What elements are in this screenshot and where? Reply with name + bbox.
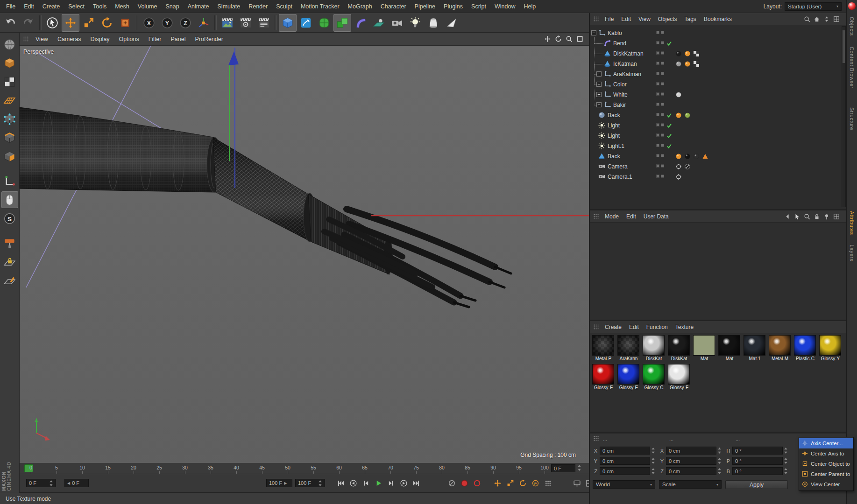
expander-plus-icon[interactable] — [596, 92, 602, 97]
object-row[interactable]: IcKatman — [590, 59, 846, 69]
object-tree-scrollbar[interactable] — [842, 26, 846, 207]
stepper-icon[interactable] — [49, 480, 53, 487]
object-name[interactable]: Color — [613, 81, 627, 88]
material-preview[interactable] — [693, 335, 715, 356]
material-tag-icon[interactable] — [685, 154, 690, 159]
material-tag-icon[interactable] — [685, 112, 690, 118]
object-name[interactable]: IcKatman — [613, 61, 637, 67]
layout-dropdown[interactable]: Startup (User) ▾ — [785, 2, 842, 11]
context-item-center-parent-to[interactable]: Center Parent to — [799, 469, 853, 479]
menu-file[interactable]: File — [2, 3, 20, 10]
coord-input[interactable]: 0 cm — [666, 447, 716, 455]
om-menu-file[interactable]: File — [601, 16, 617, 22]
current-frame-field[interactable]: 0 F — [26, 479, 56, 487]
material-item[interactable]: Mat — [692, 334, 717, 363]
maximize-view-icon[interactable] — [576, 35, 583, 42]
menu-simulate[interactable]: Simulate — [213, 3, 245, 10]
record-button[interactable] — [458, 477, 471, 489]
material-tag-icon[interactable] — [676, 51, 681, 56]
material-tag-icon[interactable] — [676, 92, 681, 98]
object-name[interactable]: Bakir — [613, 102, 626, 108]
mm-menu-create[interactable]: Create — [601, 324, 625, 330]
workplane-mode-button[interactable] — [1, 92, 18, 109]
coord-column-header[interactable]: ... — [736, 436, 740, 442]
enabled-check-icon[interactable] — [666, 123, 672, 130]
material-preview[interactable] — [794, 335, 816, 356]
om-menu-view[interactable]: View — [635, 16, 654, 22]
visibility-dots[interactable] — [656, 154, 664, 157]
points-mode-button[interactable] — [1, 111, 18, 127]
stepper-icon[interactable] — [784, 468, 788, 475]
material-tag-icon[interactable] — [676, 61, 681, 67]
menu-create[interactable]: Create — [38, 3, 64, 10]
apply-button[interactable]: Apply — [725, 480, 788, 489]
coord-input[interactable]: 0 cm — [666, 457, 716, 465]
next-frame-button[interactable] — [385, 477, 397, 489]
visibility-dots[interactable] — [656, 92, 664, 96]
cable-outer-jacket[interactable] — [20, 107, 222, 192]
coord-input[interactable]: 0 cm — [666, 467, 716, 475]
viewport-menu-view[interactable]: View — [31, 36, 53, 42]
lock-z-button[interactable]: Z — [177, 14, 194, 32]
home-icon[interactable] — [814, 16, 820, 22]
viewport-menu-display[interactable]: Display — [86, 36, 114, 42]
object-row[interactable]: Camera.1 — [590, 172, 846, 182]
menu-motion-tracker[interactable]: Motion Tracker — [297, 3, 344, 10]
pointer-arrow-icon[interactable] — [794, 213, 800, 220]
object-name[interactable]: AraKatman — [613, 71, 641, 77]
dock-tab-content-browser[interactable]: Content Browser — [849, 47, 855, 88]
am-menu-mode[interactable]: Mode — [601, 213, 623, 220]
enabled-check-icon[interactable] — [666, 112, 672, 119]
stepper-icon[interactable] — [651, 447, 655, 454]
material-preview[interactable] — [617, 335, 639, 356]
range-start-field[interactable]: ◀0 F — [64, 479, 89, 487]
visibility-dots[interactable] — [656, 82, 664, 85]
timeline-ruler[interactable]: 0510152025303540455055606570758085909510… — [20, 463, 589, 474]
uvw-tag-icon[interactable] — [694, 51, 699, 56]
am-menu-user-data[interactable]: User Data — [640, 213, 673, 220]
material-preview[interactable] — [643, 364, 665, 385]
panel-grip-icon[interactable] — [593, 16, 600, 22]
subdivision-button[interactable] — [315, 14, 333, 32]
mm-menu-function[interactable]: Function — [643, 324, 672, 330]
edges-mode-button[interactable] — [1, 129, 18, 146]
material-item[interactable]: Mat.1 — [742, 334, 767, 363]
material-preview[interactable] — [819, 335, 841, 356]
stepper-icon[interactable] — [318, 480, 322, 487]
menu-render[interactable]: Render — [244, 3, 272, 10]
convert-globe-button[interactable] — [1, 36, 18, 53]
target-tag-icon[interactable] — [676, 174, 681, 180]
om-menu-bookmarks[interactable]: Bookmarks — [700, 16, 736, 22]
menu-window[interactable]: Window — [490, 3, 519, 10]
viewport-menu-panel[interactable]: Panel — [166, 36, 190, 42]
snap-button[interactable]: S — [1, 210, 18, 227]
lock-x-button[interactable]: X — [140, 14, 158, 32]
object-name[interactable]: Light — [608, 122, 620, 129]
search-icon[interactable] — [804, 16, 810, 22]
enabled-check-icon[interactable] — [666, 143, 672, 150]
floor-button[interactable] — [370, 14, 388, 32]
paint-tool-button[interactable] — [1, 235, 18, 252]
goto-end-button[interactable] — [410, 477, 423, 489]
visibility-dots[interactable] — [656, 113, 664, 116]
panel-grip-icon[interactable] — [23, 36, 29, 42]
material-item[interactable]: Glossy-Y — [818, 334, 843, 363]
search-icon[interactable] — [804, 213, 810, 220]
coord-input[interactable]: 0 ° — [732, 457, 783, 465]
object-row[interactable]: Back — [590, 110, 846, 120]
material-tag-icon[interactable] — [694, 154, 699, 159]
material-item[interactable]: AraKatm — [616, 334, 641, 363]
material-item[interactable]: Glossy-C — [641, 363, 666, 392]
uvw-tag-icon[interactable] — [694, 61, 699, 67]
world-dropdown[interactable]: World▾ — [593, 480, 655, 489]
object-name[interactable]: Kablo — [608, 30, 622, 36]
menu-select[interactable]: Select — [64, 3, 89, 10]
context-item-axis-center[interactable]: Axis Center... — [799, 438, 853, 448]
menu-script[interactable]: Script — [467, 3, 490, 10]
live-selection-button[interactable] — [43, 14, 61, 32]
object-row[interactable]: Bakir — [590, 100, 846, 110]
phong-tag-icon[interactable] — [685, 61, 690, 67]
object-name[interactable]: Back — [608, 112, 620, 119]
axis-arrowhead[interactable] — [228, 51, 239, 65]
orbit-view-icon[interactable] — [555, 35, 562, 42]
